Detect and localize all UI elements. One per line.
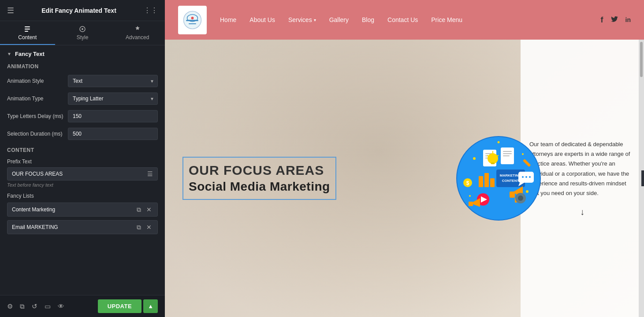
animation-type-label: Animation Type	[7, 96, 64, 102]
svg-rect-30	[479, 176, 483, 187]
svg-point-4	[82, 28, 83, 30]
fancy-item-delete-2[interactable]: ✕	[145, 224, 153, 230]
animation-style-select[interactable]: Text Typed Highlighted	[68, 75, 158, 87]
svg-text:CONTENT: CONTENT	[502, 179, 519, 183]
site-content: OUR FOCUS AREAS Social Media Marketing	[165, 40, 644, 317]
selection-duration-wrap: 500	[68, 128, 158, 140]
responsive-icon[interactable]: ▭	[45, 302, 51, 310]
panel-header: ☰ Edit Fancy Animated Text ⋮⋮	[0, 0, 165, 21]
tab-style-label: Style	[77, 34, 89, 41]
svg-point-44	[518, 195, 523, 201]
svg-point-25	[488, 153, 498, 164]
fancy-item-copy-2[interactable]: ⧉	[135, 224, 142, 230]
nav-blog[interactable]: Blog	[362, 16, 374, 23]
animation-group-label: Animation	[7, 63, 158, 70]
svg-rect-38	[510, 192, 515, 198]
animation-type-wrap: Typing Latter Cursor Loop ▼	[68, 92, 158, 105]
selection-duration-label: Selection Duration (ms)	[7, 131, 64, 137]
hero-section: OUR FOCUS AREAS Social Media Marketing	[165, 40, 644, 317]
update-button[interactable]: UPDATE	[98, 299, 141, 313]
fancy-item: Content Marketing ⧉ ✕	[7, 203, 158, 217]
svg-point-12	[473, 157, 476, 160]
logo-image	[182, 10, 202, 30]
svg-point-16	[498, 141, 500, 144]
svg-rect-24	[503, 155, 510, 156]
tab-style[interactable]: Style	[55, 21, 110, 45]
fancy-item-copy-1[interactable]: ⧉	[135, 206, 142, 213]
site-nav: Home About Us Services ▾ Gallery Blog Co…	[165, 0, 644, 40]
svg-rect-26	[491, 162, 495, 164]
svg-rect-9	[189, 23, 196, 24]
svg-point-42	[529, 176, 531, 178]
panel-tabs: Content Style Advanced	[0, 21, 165, 45]
type-delay-wrap: 150	[68, 110, 158, 122]
hamburger-icon[interactable]: ☰	[7, 6, 14, 15]
type-delay-input[interactable]: 150	[68, 110, 158, 122]
history-icon[interactable]: ↺	[32, 302, 37, 310]
prefix-text-label: Prefix Text	[7, 158, 158, 165]
nav-home[interactable]: Home	[220, 16, 236, 23]
nav-price[interactable]: Price Menu	[431, 16, 462, 23]
linkedin-icon[interactable]: in	[625, 16, 631, 23]
marketing-circle: MARKETING CONTENT	[454, 134, 543, 222]
nav-links: Home About Us Services ▾ Gallery Blog Co…	[220, 16, 601, 23]
tab-content[interactable]: Content	[0, 21, 55, 45]
layers-icon[interactable]: ⧉	[20, 302, 25, 310]
nav-contact[interactable]: Contact Us	[387, 16, 418, 23]
nav-services[interactable]: Services ▾	[288, 16, 316, 23]
nav-social: f in	[601, 15, 631, 25]
fancy-item-actions-2: ⧉ ✕	[135, 224, 153, 230]
fancy-item-text-1: Content Marketing	[12, 206, 135, 213]
svg-rect-23	[503, 153, 512, 154]
svg-point-13	[522, 153, 524, 155]
selection-duration-row: Selection Duration (ms) 500	[7, 128, 158, 140]
update-group: UPDATE ▲	[98, 299, 158, 313]
preview-icon[interactable]: 👁	[58, 302, 64, 310]
svg-rect-31	[484, 173, 489, 187]
animation-style-wrap: Text Typed Highlighted ▼	[68, 75, 158, 87]
fancy-lists-label: Fancy Lists	[7, 193, 158, 199]
settings-icon[interactable]: ⚙	[7, 302, 13, 310]
update-arrow-button[interactable]: ▲	[143, 299, 158, 313]
type-delay-label: Type Letters Delay (ms)	[7, 113, 64, 119]
twitter-icon[interactable]	[610, 15, 618, 25]
svg-point-40	[522, 176, 524, 178]
fancy-text-section[interactable]: ▼ Fancy Text	[7, 51, 158, 57]
prefix-text-icon[interactable]: ☰	[143, 170, 157, 177]
svg-rect-1	[25, 29, 30, 29]
svg-point-41	[525, 176, 527, 178]
marketing-circle-svg: MARKETING CONTENT	[454, 134, 543, 222]
left-panel: ☰ Edit Fancy Animated Text ⋮⋮ Content St…	[0, 0, 165, 317]
services-chevron: ▾	[314, 18, 316, 22]
nav-gallery[interactable]: Gallery	[329, 16, 349, 23]
selection-duration-input[interactable]: 500	[68, 128, 158, 140]
hero-text-widget[interactable]: OUR FOCUS AREAS Social Media Marketing	[182, 157, 336, 200]
tab-advanced-label: Advanced	[126, 34, 149, 41]
animation-style-label: Animation Style	[7, 78, 64, 84]
section-arrow: ▼	[7, 52, 11, 56]
nav-about[interactable]: About Us	[249, 16, 275, 23]
svg-rect-0	[25, 26, 30, 27]
section-label: Fancy Text	[15, 51, 45, 57]
collapse-button[interactable]: ‹	[641, 170, 644, 186]
grid-icon[interactable]: ⋮⋮	[144, 6, 158, 15]
scroll-thumb	[640, 42, 643, 77]
hero-focus-label: OUR FOCUS AREAS	[189, 163, 330, 178]
tab-content-label: Content	[18, 34, 37, 41]
animation-type-select[interactable]: Typing Latter Cursor Loop	[68, 92, 158, 105]
type-delay-row: Type Letters Delay (ms) 150	[7, 110, 158, 122]
panel-footer: ⚙ ⧉ ↺ ▭ 👁 UPDATE ▲	[0, 295, 165, 317]
prefix-text-input[interactable]: OUR FOCUS AREAS	[7, 168, 143, 180]
site-logo	[178, 6, 207, 34]
svg-text:MARKETING: MARKETING	[500, 173, 521, 177]
tab-advanced[interactable]: Advanced	[110, 21, 165, 45]
svg-point-14	[526, 190, 529, 193]
facebook-icon[interactable]: f	[601, 15, 603, 25]
footer-icons: ⚙ ⧉ ↺ ▭ 👁	[7, 302, 64, 310]
panel-body: ▼ Fancy Text Animation Animation Style T…	[0, 45, 165, 295]
svg-rect-32	[490, 178, 495, 187]
svg-rect-22	[503, 151, 512, 152]
svg-text:$: $	[466, 180, 469, 186]
fancy-item-delete-1[interactable]: ✕	[145, 206, 153, 213]
panel-title: Edit Fancy Animated Text	[41, 7, 116, 14]
